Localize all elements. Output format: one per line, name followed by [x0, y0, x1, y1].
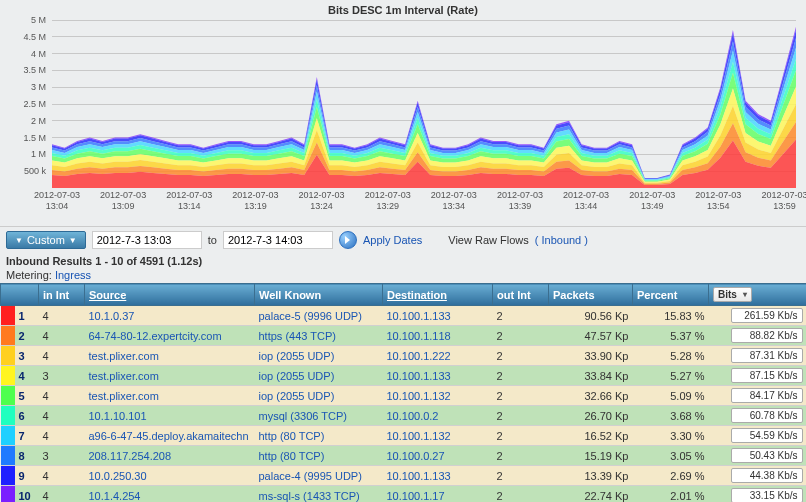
raw-flows-label: View Raw Flows [448, 234, 529, 246]
row-swatch [1, 386, 15, 406]
bits: 261.59 Kb/s [709, 306, 807, 326]
well-known[interactable]: iop (2055 UDP) [255, 386, 383, 406]
row-swatch [1, 446, 15, 466]
row-swatch [1, 466, 15, 486]
source[interactable]: 64-74-80-12.expertcity.com [85, 326, 255, 346]
destination[interactable]: 10.100.1.133 [383, 306, 493, 326]
packets: 33.84 Kp [549, 366, 633, 386]
bits: 50.43 Kb/s [709, 446, 807, 466]
source[interactable]: test.plixer.com [85, 366, 255, 386]
destination[interactable]: 10.100.1.222 [383, 346, 493, 366]
row-number: 9 [15, 466, 39, 486]
well-known[interactable]: iop (2055 UDP) [255, 346, 383, 366]
col-well-known[interactable]: Well Known [255, 284, 383, 306]
bits-select-label: Bits [718, 289, 737, 300]
col-in-int[interactable]: in Int [39, 284, 85, 306]
well-known[interactable]: ms-sql-s (1433 TCP) [255, 486, 383, 503]
in-int: 4 [39, 386, 85, 406]
col-out-int[interactable]: out Int [493, 284, 549, 306]
destination[interactable]: 10.100.0.2 [383, 406, 493, 426]
destination[interactable]: 10.100.1.132 [383, 426, 493, 446]
metering-value-link[interactable]: Ingress [55, 269, 91, 281]
col-bits[interactable]: Bits ▾ [709, 284, 807, 306]
source[interactable]: 10.0.250.30 [85, 466, 255, 486]
x-tick-label: 2012-07-0313:49 [617, 190, 687, 212]
table-row[interactable]: 9410.0.250.30palace-4 (9995 UDP)10.100.1… [1, 466, 807, 486]
col-packets[interactable]: Packets [549, 284, 633, 306]
y-tick-label: 1 M [31, 149, 46, 159]
bits: 87.31 Kb/s [709, 346, 807, 366]
packets: 22.74 Kp [549, 486, 633, 503]
y-tick-label: 4 M [31, 49, 46, 59]
row-swatch [1, 306, 15, 326]
table-row[interactable]: 34test.plixer.comiop (2055 UDP)10.100.1.… [1, 346, 807, 366]
x-tick-label: 2012-07-0313:19 [220, 190, 290, 212]
in-int: 4 [39, 426, 85, 446]
table-row[interactable]: 43test.plixer.comiop (2055 UDP)10.100.1.… [1, 366, 807, 386]
well-known[interactable]: http (80 TCP) [255, 426, 383, 446]
apply-dates-link[interactable]: Apply Dates [363, 234, 422, 246]
to-date-input[interactable] [223, 231, 333, 249]
well-known[interactable]: https (443 TCP) [255, 326, 383, 346]
destination[interactable]: 10.100.1.133 [383, 466, 493, 486]
y-tick-label: 3.5 M [23, 65, 46, 75]
y-tick-label: 3 M [31, 82, 46, 92]
header-row: in Int Source Well Known Destination out… [1, 284, 807, 306]
well-known[interactable]: palace-4 (9995 UDP) [255, 466, 383, 486]
metering-line: Metering: Ingress [0, 269, 806, 283]
table-row[interactable]: 74a96-6-47-45.deploy.akamaitechnhttp (80… [1, 426, 807, 446]
row-number: 6 [15, 406, 39, 426]
well-known[interactable]: http (80 TCP) [255, 446, 383, 466]
table-row[interactable]: 83208.117.254.208http (80 TCP)10.100.0.2… [1, 446, 807, 466]
percent: 2.69 % [633, 466, 709, 486]
source[interactable]: test.plixer.com [85, 386, 255, 406]
bits-column-selector[interactable]: Bits ▾ [713, 287, 752, 302]
destination[interactable]: 10.100.1.132 [383, 386, 493, 406]
apply-icon-button[interactable] [339, 231, 357, 249]
row-swatch [1, 326, 15, 346]
out-int: 2 [493, 366, 549, 386]
out-int: 2 [493, 326, 549, 346]
source[interactable]: 10.1.0.37 [85, 306, 255, 326]
from-date-input[interactable] [92, 231, 202, 249]
source[interactable]: 208.117.254.208 [85, 446, 255, 466]
destination[interactable]: 10.100.0.27 [383, 446, 493, 466]
destination[interactable]: 10.100.1.118 [383, 326, 493, 346]
out-int: 2 [493, 346, 549, 366]
chart-title: Bits DESC 1m Interval (Rate) [0, 0, 806, 16]
source[interactable]: 10.1.10.101 [85, 406, 255, 426]
table-row[interactable]: 6410.1.10.101mysql (3306 TCP)10.100.0.22… [1, 406, 807, 426]
custom-range-button[interactable]: ▼ Custom ▼ [6, 231, 86, 249]
source[interactable]: a96-6-47-45.deploy.akamaitechn [85, 426, 255, 446]
table-row[interactable]: 1410.1.0.37palace-5 (9996 UDP)10.100.1.1… [1, 306, 807, 326]
packets: 26.70 Kp [549, 406, 633, 426]
well-known[interactable]: palace-5 (9996 UDP) [255, 306, 383, 326]
row-number: 5 [15, 386, 39, 406]
x-tick-label: 2012-07-0313:44 [551, 190, 621, 212]
destination[interactable]: 10.100.1.133 [383, 366, 493, 386]
row-swatch [1, 426, 15, 446]
source[interactable]: 10.1.4.254 [85, 486, 255, 503]
col-destination[interactable]: Destination [383, 284, 493, 306]
bits: 88.82 Kb/s [709, 326, 807, 346]
col-percent[interactable]: Percent [633, 284, 709, 306]
y-tick-label: 2.5 M [23, 99, 46, 109]
bits: 60.78 Kb/s [709, 406, 807, 426]
x-tick-label: 2012-07-0313:04 [22, 190, 92, 212]
table-row[interactable]: 54test.plixer.comiop (2055 UDP)10.100.1.… [1, 386, 807, 406]
inbound-link[interactable]: ( Inbound ) [535, 234, 588, 246]
well-known[interactable]: mysql (3306 TCP) [255, 406, 383, 426]
source[interactable]: test.plixer.com [85, 346, 255, 366]
destination[interactable]: 10.100.1.17 [383, 486, 493, 503]
table-row[interactable]: 2464-74-80-12.expertcity.comhttps (443 T… [1, 326, 807, 346]
chart-area: Bits DESC 1m Interval (Rate) 2012-07-031… [0, 0, 806, 227]
x-tick-label: 2012-07-0313:29 [353, 190, 423, 212]
in-int: 4 [39, 466, 85, 486]
row-number: 7 [15, 426, 39, 446]
out-int: 2 [493, 306, 549, 326]
table-row[interactable]: 10410.1.4.254ms-sql-s (1433 TCP)10.100.1… [1, 486, 807, 503]
y-tick-label: 5 M [31, 15, 46, 25]
row-number: 2 [15, 326, 39, 346]
col-source[interactable]: Source [85, 284, 255, 306]
well-known[interactable]: iop (2055 UDP) [255, 366, 383, 386]
